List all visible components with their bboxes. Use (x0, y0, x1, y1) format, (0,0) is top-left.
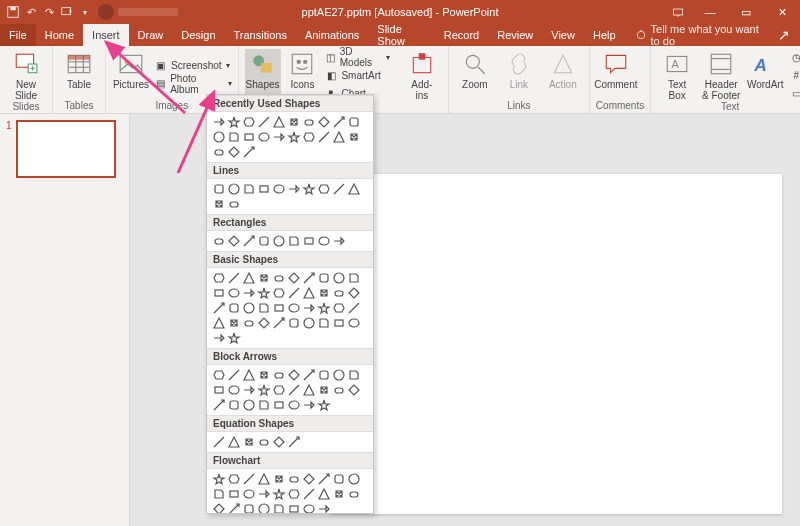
shape-item[interactable] (302, 368, 315, 381)
tab-draw[interactable]: Draw (129, 24, 173, 46)
shape-item[interactable] (227, 286, 240, 299)
maximize-button[interactable]: ▭ (728, 0, 764, 24)
shape-item[interactable] (317, 472, 330, 485)
shape-item[interactable] (227, 130, 240, 143)
tab-slideshow[interactable]: Slide Show (368, 24, 434, 46)
shape-item[interactable] (212, 115, 225, 128)
shape-item[interactable] (242, 368, 255, 381)
tab-design[interactable]: Design (172, 24, 224, 46)
shape-item[interactable] (302, 234, 315, 247)
shape-item[interactable] (212, 472, 225, 485)
textbox-button[interactable]: ATextBox (657, 49, 697, 101)
save-icon[interactable] (6, 5, 20, 19)
shape-item[interactable] (287, 234, 300, 247)
shape-item[interactable] (257, 301, 270, 314)
shape-item[interactable] (317, 316, 330, 329)
shape-item[interactable] (332, 316, 345, 329)
shape-item[interactable] (332, 383, 345, 396)
shape-item[interactable] (347, 182, 360, 195)
shape-item[interactable] (227, 234, 240, 247)
shape-item[interactable] (227, 435, 240, 448)
shape-item[interactable] (227, 301, 240, 314)
shape-item[interactable] (287, 115, 300, 128)
shape-item[interactable] (242, 182, 255, 195)
shape-item[interactable] (242, 301, 255, 314)
shape-item[interactable] (227, 145, 240, 158)
zoom-button[interactable]: Zoom (455, 49, 495, 100)
shape-item[interactable] (212, 145, 225, 158)
shape-item[interactable] (317, 502, 330, 514)
shape-item[interactable] (227, 472, 240, 485)
shape-item[interactable] (257, 316, 270, 329)
shape-item[interactable] (227, 271, 240, 284)
shape-item[interactable] (227, 398, 240, 411)
shape-item[interactable] (347, 487, 360, 500)
shape-item[interactable] (272, 130, 285, 143)
shape-item[interactable] (332, 182, 345, 195)
shape-item[interactable] (332, 472, 345, 485)
shape-item[interactable] (227, 502, 240, 514)
tab-home[interactable]: Home (36, 24, 83, 46)
shape-item[interactable] (302, 472, 315, 485)
shape-item[interactable] (257, 130, 270, 143)
shape-item[interactable] (212, 271, 225, 284)
shape-item[interactable] (347, 115, 360, 128)
shape-item[interactable] (212, 301, 225, 314)
shape-item[interactable] (302, 182, 315, 195)
shape-item[interactable] (347, 368, 360, 381)
tab-animations[interactable]: Animations (296, 24, 368, 46)
comment-button[interactable]: Comment (596, 49, 636, 100)
shape-item[interactable] (257, 502, 270, 514)
shape-item[interactable] (302, 383, 315, 396)
table-button[interactable]: Table (59, 49, 99, 100)
shape-item[interactable] (287, 286, 300, 299)
minimize-button[interactable]: — (692, 0, 728, 24)
shape-item[interactable] (332, 234, 345, 247)
pictures-button[interactable]: Pictures (112, 49, 150, 100)
shape-item[interactable] (272, 182, 285, 195)
shape-item[interactable] (347, 301, 360, 314)
shape-item[interactable] (272, 487, 285, 500)
shape-item[interactable] (257, 182, 270, 195)
shape-item[interactable] (317, 286, 330, 299)
shape-item[interactable] (272, 234, 285, 247)
shape-item[interactable] (212, 383, 225, 396)
shape-item[interactable] (332, 368, 345, 381)
shape-item[interactable] (317, 487, 330, 500)
shape-item[interactable] (302, 286, 315, 299)
shape-item[interactable] (272, 316, 285, 329)
shape-item[interactable] (347, 130, 360, 143)
shape-item[interactable] (257, 271, 270, 284)
shape-item[interactable] (347, 383, 360, 396)
smartart-button[interactable]: ◧SmartArt (324, 67, 389, 83)
shape-item[interactable] (287, 368, 300, 381)
shape-item[interactable] (257, 487, 270, 500)
shape-item[interactable] (257, 115, 270, 128)
shape-item[interactable] (212, 130, 225, 143)
tab-transitions[interactable]: Transitions (225, 24, 296, 46)
redo-icon[interactable]: ↷ (42, 5, 56, 19)
shape-item[interactable] (242, 398, 255, 411)
slide-thumbnail-1[interactable]: 1 (6, 120, 123, 178)
shape-item[interactable] (332, 301, 345, 314)
shape-item[interactable] (257, 286, 270, 299)
action-button[interactable]: Action (543, 49, 583, 100)
shape-item[interactable] (347, 271, 360, 284)
shape-item[interactable] (227, 197, 240, 210)
object-button[interactable]: ▭ (789, 85, 800, 101)
shape-item[interactable] (332, 271, 345, 284)
shape-item[interactable] (272, 301, 285, 314)
shape-item[interactable] (242, 145, 255, 158)
shape-item[interactable] (287, 316, 300, 329)
addins-button[interactable]: Add-ins (402, 49, 442, 101)
shape-item[interactable] (257, 383, 270, 396)
3d-models-button[interactable]: ◫3D Models▾ (324, 49, 389, 65)
shape-item[interactable] (242, 130, 255, 143)
shape-item[interactable] (332, 487, 345, 500)
shape-item[interactable] (212, 234, 225, 247)
shape-item[interactable] (272, 398, 285, 411)
shape-item[interactable] (212, 182, 225, 195)
shape-item[interactable] (332, 115, 345, 128)
shape-item[interactable] (302, 301, 315, 314)
shape-item[interactable] (212, 398, 225, 411)
